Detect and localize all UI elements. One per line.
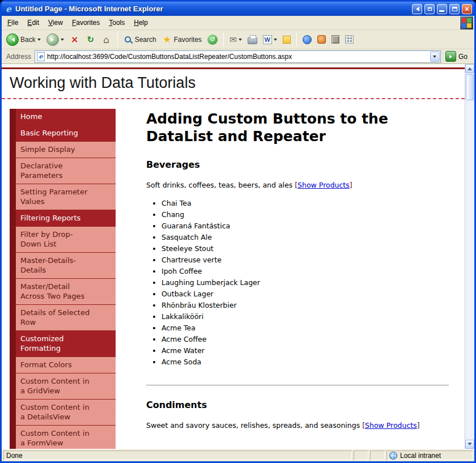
sidebar-item-custom-content-gridview[interactable]: Custom Content in a GridView	[10, 373, 116, 399]
sidebar-item-filtering-reports[interactable]: Filtering Reports	[10, 210, 116, 226]
menu-tools[interactable]: Tools	[104, 16, 129, 29]
go-icon	[445, 51, 456, 62]
sidebar-item-custom-content-detailsview[interactable]: Custom Content in a DetailsView	[10, 399, 116, 425]
favorites-button[interactable]: ★ Favorites	[160, 33, 204, 46]
section-divider	[146, 385, 449, 386]
address-field[interactable]: e	[35, 50, 441, 63]
sidebar-item-format-colors[interactable]: Format Colors	[10, 356, 116, 373]
arrow-down-icon	[468, 443, 472, 448]
toolbar-separator	[223, 33, 224, 46]
refresh-icon: ↻	[86, 35, 96, 45]
product-item: Rhönbräu Klosterbier	[162, 300, 449, 311]
product-item: Lakkalikööri	[162, 311, 449, 322]
sidebar-item-customized-formatting[interactable]: Customized Formatting	[10, 330, 116, 356]
research-button[interactable]	[329, 34, 342, 45]
sidebar-item-custom-content-formview[interactable]: Custom Content in a FormView	[10, 425, 116, 449]
show-products-link[interactable]: Show Products	[365, 421, 417, 430]
forward-button[interactable]	[44, 32, 66, 47]
sidebar-item-declarative-parameters[interactable]: Declarative Parameters	[10, 158, 116, 184]
minimize-icon	[439, 10, 444, 12]
print-button[interactable]	[245, 34, 260, 45]
product-item: Acme Coffee	[162, 334, 449, 345]
product-item: Acme Tea	[162, 322, 449, 334]
go-button[interactable]: Go	[444, 50, 472, 62]
globe-icon	[389, 452, 397, 460]
titlebar-extra-button-1[interactable]	[412, 4, 422, 14]
menu-help[interactable]: Help	[129, 16, 152, 29]
menu-file[interactable]: File	[3, 16, 23, 29]
browser-window: e Untitled Page - Microsoft Internet Exp…	[0, 0, 476, 463]
notes-button[interactable]	[280, 35, 293, 45]
site-title: Working with Data Tutorials	[2, 69, 465, 99]
edit-dropdown-caret[interactable]	[274, 39, 277, 43]
address-dropdown-button[interactable]	[430, 52, 440, 62]
forward-dropdown-caret[interactable]	[61, 39, 64, 43]
menu-bar: File Edit View Favorites Tools Help	[2, 16, 474, 30]
stop-button[interactable]: ×	[67, 33, 82, 46]
close-icon: ×	[465, 6, 469, 12]
mail-button[interactable]: ✉	[227, 33, 244, 46]
window-title: Untitled Page - Microsoft Internet Explo…	[15, 5, 410, 13]
status-zone-pane: Local intranet	[386, 451, 473, 460]
print-icon	[248, 37, 257, 44]
ie-icon: e	[4, 5, 13, 14]
search-label: Search	[135, 36, 156, 44]
scroll-down-button[interactable]	[465, 440, 474, 449]
chevron-down-icon	[433, 56, 436, 60]
sidebar-item-home[interactable]: Home	[10, 109, 116, 125]
tiles-button[interactable]	[343, 34, 356, 45]
product-item: Laughing Lumberjack Lager	[162, 277, 449, 288]
maximize-button[interactable]	[449, 4, 460, 14]
refresh-button[interactable]: ↻	[83, 33, 98, 46]
page-body: Home Basic Reporting Simple Display Decl…	[2, 99, 465, 449]
web-page: Working with Data Tutorials Home Basic R…	[2, 64, 465, 449]
back-button[interactable]: Back	[4, 32, 43, 47]
sidebar-item-basic-reporting[interactable]: Basic Reporting	[10, 125, 116, 141]
back-icon	[6, 33, 19, 46]
product-item: Steeleye Stout	[162, 243, 449, 254]
titlebar[interactable]: e Untitled Page - Microsoft Internet Exp…	[2, 2, 474, 16]
search-button[interactable]: Search	[121, 34, 159, 45]
sidebar-nav: Home Basic Reporting Simple Display Decl…	[10, 109, 116, 449]
article-title: Adding Custom Buttons to the DataList an…	[146, 110, 449, 146]
scroll-up-button[interactable]	[465, 64, 474, 73]
minimize-button[interactable]	[437, 4, 447, 14]
address-input[interactable]	[47, 53, 428, 61]
scroll-thumb[interactable]	[466, 74, 474, 100]
sidebar-item-master-details-details[interactable]: Master-Details-Details	[10, 252, 116, 278]
menu-view[interactable]: View	[44, 16, 67, 29]
address-bar: Address e Go	[2, 49, 474, 64]
msn-button[interactable]	[315, 34, 328, 45]
left-arrow-icon	[414, 7, 419, 11]
product-item: Acme Soda	[162, 356, 449, 368]
note-icon	[283, 36, 291, 44]
sidebar-item-filter-by-dropdown-list[interactable]: Filter by Drop-Down List	[10, 226, 116, 252]
menu-favorites[interactable]: Favorites	[67, 16, 104, 29]
window-pane-icon	[428, 7, 432, 11]
close-button[interactable]: ×	[462, 4, 472, 14]
history-icon: ↺	[207, 35, 218, 45]
edit-button[interactable]: W	[261, 34, 279, 45]
menu-edit[interactable]: Edit	[23, 16, 44, 29]
sidebar-item-simple-display[interactable]: Simple Display	[10, 141, 116, 158]
status-pane-empty-1	[354, 451, 368, 460]
section-description: Soft drinks, coffees, teas, beers, and a…	[146, 181, 449, 189]
sidebar-item-master-detail-two-pages[interactable]: Master/Detail Across Two Pages	[10, 278, 116, 304]
windows-logo-icon	[460, 16, 473, 29]
status-pane-empty-2	[370, 451, 385, 460]
titlebar-extra-button-2[interactable]	[424, 4, 435, 14]
product-item: Chartreuse verte	[162, 254, 449, 266]
sidebar-item-setting-parameter-values[interactable]: Setting Parameter Values	[10, 184, 116, 210]
sidebar-item-details-of-selected-row[interactable]: Details of Selected Row	[10, 304, 116, 330]
mail-dropdown-caret[interactable]	[239, 39, 242, 43]
history-button[interactable]: ↺	[205, 33, 220, 46]
messenger-button[interactable]	[300, 34, 314, 45]
product-item: Sasquatch Ale	[162, 232, 449, 243]
home-button[interactable]: ⌂	[99, 33, 114, 46]
vertical-scrollbar[interactable]	[465, 64, 474, 449]
show-products-link[interactable]: Show Products	[298, 181, 350, 189]
section-beverages: Beverages Soft drinks, coffees, teas, be…	[146, 159, 449, 368]
description-text: Soft drinks, coffees, teas, beers, and a…	[146, 181, 292, 189]
product-list: Chai Tea Chang Guaraná Fantástica Sasqua…	[162, 198, 449, 368]
back-dropdown-caret[interactable]	[37, 39, 41, 43]
